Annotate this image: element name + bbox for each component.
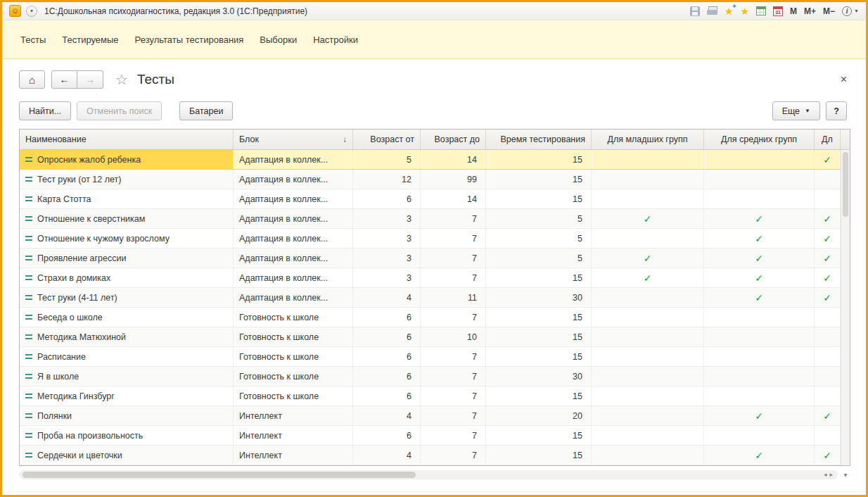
list-item-icon xyxy=(25,334,32,339)
horizontal-scrollbar[interactable]: ◂ ▸ xyxy=(19,470,838,479)
scroll-left-icon[interactable]: ◂ xyxy=(824,471,827,478)
save-icon[interactable] xyxy=(690,6,700,16)
memory-m-button[interactable]: М xyxy=(790,6,797,16)
help-button[interactable]: ? xyxy=(826,101,847,120)
cell-middle: ✓ xyxy=(704,229,815,248)
column-header-senior[interactable]: Дл xyxy=(815,130,841,149)
table-row[interactable]: Сердечки и цветочкиИнтеллект4715✓✓ xyxy=(20,446,841,465)
cell-age_from: 4 xyxy=(353,446,421,465)
cell-senior xyxy=(815,327,841,346)
column-header-label: Возраст до xyxy=(435,134,480,144)
favorites-add-icon[interactable]: ★+ xyxy=(725,6,734,16)
cell-time: 15 xyxy=(486,347,592,366)
table-row[interactable]: Методика МатюхинойГотовность к школе6101… xyxy=(20,327,841,347)
chevron-down-icon: ▼ xyxy=(805,108,810,114)
cell-middle: ✓ xyxy=(704,268,815,287)
cell-age_from: 6 xyxy=(353,386,421,405)
titlebar-tools: ★+ ★ 31 М М+ М− i▼ xyxy=(690,6,859,16)
table-row[interactable]: Я в школеГотовность к школе6730 xyxy=(20,367,841,386)
calculator-icon[interactable] xyxy=(756,6,766,15)
print-icon[interactable] xyxy=(707,6,717,15)
table-row[interactable]: РасписаниеГотовность к школе6715 xyxy=(20,347,841,367)
cell-middle xyxy=(704,327,815,346)
column-header-age_from[interactable]: Возраст от xyxy=(353,130,421,149)
check-icon: ✓ xyxy=(755,451,763,460)
table-row[interactable]: Тест руки (от 12 лет)Адаптация в коллек.… xyxy=(20,170,841,189)
table-row[interactable]: Проба на произвольностьИнтеллект6715 xyxy=(20,426,841,446)
table-row[interactable]: Карта СтоттаАдаптация в коллек...61415 xyxy=(20,189,841,209)
column-header-time[interactable]: Время тестирования xyxy=(486,130,592,149)
column-header-label: Возраст от xyxy=(370,134,414,144)
batteries-button[interactable]: Батареи xyxy=(179,101,233,120)
vertical-scrollbar-thumb[interactable] xyxy=(843,152,848,217)
favorites-open-icon[interactable]: ★ xyxy=(740,6,749,16)
vertical-scrollbar[interactable] xyxy=(841,151,850,465)
check-icon: ✓ xyxy=(823,293,831,303)
test-name-label: Расписание xyxy=(37,352,86,362)
column-header-middle[interactable]: Для средних групп xyxy=(704,130,815,149)
scroll-down-icon[interactable]: ▾ xyxy=(841,471,850,479)
menu-item-tests[interactable]: Тесты xyxy=(20,34,46,45)
menu-item-settings[interactable]: Настройки xyxy=(313,34,358,45)
info-button[interactable]: i▼ xyxy=(842,6,859,16)
column-header-name[interactable]: Наименование xyxy=(20,130,234,149)
system-menu-button[interactable]: ▼ xyxy=(26,6,37,17)
cell-junior xyxy=(592,367,704,386)
list-item-icon xyxy=(25,196,32,201)
app-window: ☺ ▼ 1С:Дошкольная психодиагностика, реда… xyxy=(0,0,868,497)
more-button[interactable]: Еще▼ xyxy=(772,101,820,120)
back-button[interactable]: ← xyxy=(51,70,77,89)
cell-senior: ✓ xyxy=(815,446,841,465)
cell-age_from: 5 xyxy=(353,150,421,169)
cell-block: Интеллект xyxy=(234,446,353,465)
cell-block: Готовность к школе xyxy=(234,327,353,346)
list-item-icon xyxy=(25,295,32,300)
scroll-right-icon[interactable]: ▸ xyxy=(829,471,833,478)
table-row[interactable]: Тест руки (4-11 лет)Адаптация в коллек..… xyxy=(20,288,841,308)
menu-item-testees[interactable]: Тестируемые xyxy=(62,34,118,45)
sort-desc-icon: ↓ xyxy=(338,134,347,144)
memory-m-minus-button[interactable]: М− xyxy=(823,6,835,16)
table-row[interactable]: Методика ГинзбургГотовность к школе6715 xyxy=(20,386,841,406)
column-header-junior[interactable]: Для младших групп xyxy=(592,130,704,149)
menu-item-test-results[interactable]: Результаты тестирования xyxy=(135,34,244,45)
calendar-icon[interactable]: 31 xyxy=(773,6,783,16)
cell-block: Адаптация в коллек... xyxy=(234,229,353,248)
cell-junior: ✓ xyxy=(592,209,704,228)
column-header-block[interactable]: Блок↓ xyxy=(234,130,353,149)
table-row[interactable]: ПолянкиИнтеллект4720✓✓ xyxy=(20,406,841,426)
table-row[interactable]: Страхи в домикахАдаптация в коллек...371… xyxy=(20,268,841,288)
cell-age_to: 7 xyxy=(421,386,486,405)
cell-time: 20 xyxy=(486,406,592,425)
cell-middle xyxy=(704,367,815,386)
test-name-label: Проба на произвольность xyxy=(37,431,143,441)
cell-senior: ✓ xyxy=(815,209,841,228)
table-row[interactable]: Проявление агрессииАдаптация в коллек...… xyxy=(20,249,841,268)
table-row[interactable]: Отношение к сверстникамАдаптация в колле… xyxy=(20,209,841,229)
table-row[interactable]: Отношение к чужому взросломуАдаптация в … xyxy=(20,229,841,249)
cell-name: Страхи в домиках xyxy=(20,268,234,287)
cell-age_to: 7 xyxy=(421,308,486,327)
home-button[interactable]: ⌂ xyxy=(19,70,45,89)
cell-block: Готовность к школе xyxy=(234,347,353,366)
horizontal-scrollbar-thumb[interactable] xyxy=(23,472,416,478)
find-button[interactable]: Найти... xyxy=(19,101,71,120)
cell-block: Адаптация в коллек... xyxy=(234,288,353,307)
table-row[interactable]: Опросник жалоб ребенкаАдаптация в коллек… xyxy=(20,150,841,170)
test-name-label: Опросник жалоб ребенка xyxy=(37,155,141,165)
table-row[interactable]: Беседа о школеГотовность к школе6715 xyxy=(20,308,841,327)
cell-block: Интеллект xyxy=(234,406,353,425)
cell-time: 15 xyxy=(486,189,592,208)
column-header-age_to[interactable]: Возраст до xyxy=(421,130,486,149)
cell-block: Адаптация в коллек... xyxy=(234,268,353,287)
favorite-star-icon[interactable]: ☆ xyxy=(115,73,128,87)
close-icon[interactable]: × xyxy=(841,73,847,86)
cancel-search-button: Отменить поиск xyxy=(77,101,162,120)
memory-m-plus-button[interactable]: М+ xyxy=(804,6,816,16)
menu-item-selections[interactable]: Выборки xyxy=(260,34,297,45)
check-icon: ✓ xyxy=(644,253,652,263)
cell-block: Готовность к школе xyxy=(234,367,353,386)
list-item-icon xyxy=(25,453,32,458)
cell-senior: ✓ xyxy=(815,288,841,307)
more-label: Еще xyxy=(782,106,800,116)
